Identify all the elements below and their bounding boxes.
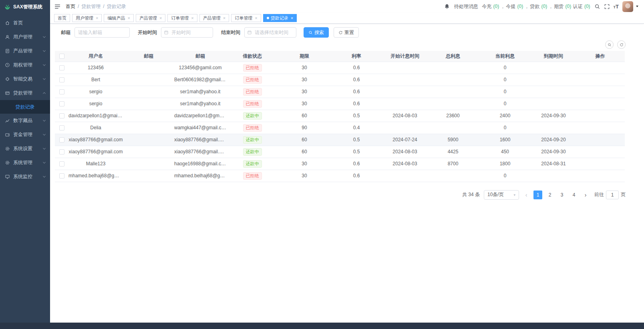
cell-actions [576,86,625,98]
page-number-button[interactable]: 3 [557,191,566,199]
sidebar-item-label: 产品管理 [13,48,40,54]
nav-tab[interactable]: 编辑产品 × [104,14,133,22]
breadcrumb-home[interactable]: 首页 [66,3,75,10]
sidebar-item-product[interactable]: 产品管理 [0,44,50,58]
cell-rate: 0.5 [330,146,382,158]
close-icon[interactable]: × [159,16,162,20]
column-header: 邮箱 [123,51,174,62]
row-checkbox[interactable] [59,113,64,118]
notice-count: (0) [540,4,547,9]
bell-icon[interactable] [444,4,450,9]
refresh-icon [338,30,343,35]
close-icon[interactable]: × [191,16,193,20]
breadcrumb-loan-management[interactable]: 贷款管理 [81,3,101,10]
status-badge: 已拒绝 [243,76,262,84]
row-checkbox[interactable] [59,89,64,94]
email-filter-input[interactable] [74,27,130,38]
sidebar-item-monitor[interactable]: 系统监控 [0,170,50,184]
nav-tab[interactable]: 用户管理 × [72,14,102,22]
nav-tab[interactable]: 订单管理 × [231,14,261,22]
nav-tab[interactable]: 首页 × [54,14,70,22]
close-icon[interactable]: × [127,16,130,20]
row-checkbox[interactable] [59,149,64,154]
sidebar-item-trade[interactable]: 智能交易 [0,72,50,86]
next-page-button[interactable]: › [582,191,590,199]
sidebar-item-settings[interactable]: 系统设置 [0,142,50,156]
cell-email2: ser1mah@yahoo.it [174,86,226,98]
reset-button[interactable]: 重置 [334,27,359,38]
page-size-select[interactable]: 10条/页 ▾ [484,190,519,200]
status-badge: 还款中 [243,160,262,168]
status-badge: 还款中 [243,136,262,144]
refresh-table-button[interactable] [617,40,626,49]
page-number-button[interactable]: 1 [533,191,542,199]
cell-current-interest: 0 [479,122,531,134]
nav-tab[interactable]: 贷款记录 × [263,14,297,22]
cell-email [123,74,174,86]
cell-actions [576,62,625,74]
sidebar-item-home[interactable]: 首页 [0,16,50,30]
tab-label: 订单管理 [171,15,189,21]
cell-due-date [531,122,576,134]
cell-term: 30 [278,86,330,98]
cell-email [123,86,174,98]
row-checkbox[interactable] [59,101,64,106]
sidebar-item-label: 资金管理 [13,131,40,138]
cell-total-interest [427,170,479,182]
cell-email [123,158,174,170]
row-checkbox[interactable] [59,161,64,167]
column-header: 总利息 [427,51,479,62]
user-avatar[interactable] [622,1,633,12]
sidebar-item-system[interactable]: 系统管理 [0,156,50,170]
prev-page-button[interactable]: ‹ [522,191,530,199]
close-icon[interactable]: × [291,16,293,20]
column-header: 邮箱 [174,51,226,62]
column-header: 当前利息 [479,51,531,62]
caret-down-icon[interactable] [636,6,638,7]
search-icon[interactable] [594,4,600,10]
status-badge: 还款中 [243,112,262,120]
status-badge: 已拒绝 [243,64,262,72]
sidebar-item-nft[interactable]: 数字藏品 [0,114,50,128]
cell-email [123,62,174,74]
row-checkbox[interactable] [59,77,64,82]
cell-total-interest [427,86,479,98]
page-number-button[interactable]: 2 [545,191,554,199]
sidebar-item-loan[interactable]: 贷款管理 [0,86,50,100]
nav-tab[interactable]: 产品管理 × [136,14,165,22]
sidebar-menu: 首页 用户管理 产品管理 期权管理 智能交易 贷款管理 贷款记录 数字藏品 资金… [0,16,50,184]
notice-count: (0) [516,4,523,9]
sidebar-item-options[interactable]: 期权管理 [0,58,50,72]
close-icon[interactable]: × [223,16,225,20]
font-size-icon[interactable]: TT [614,4,619,9]
nav-tab[interactable]: 订单管理 × [167,14,197,22]
end-time-input[interactable] [244,27,296,38]
select-all-checkbox[interactable] [59,54,64,59]
chevron-down-icon [43,77,46,80]
cell-email2: xiaoy887766@gmail.com [174,134,226,146]
search-button[interactable]: 搜索 [304,27,329,38]
sidebar-item-user[interactable]: 用户管理 [0,30,50,44]
row-checkbox[interactable] [59,65,64,70]
close-icon[interactable]: × [255,16,257,20]
page-number-button[interactable]: 4 [570,191,578,199]
cell-term: 60 [278,134,330,146]
row-checkbox[interactable] [59,173,64,179]
chevron-down-icon [43,49,46,52]
nav-tab[interactable]: 产品管理 × [199,14,229,22]
sidebar-item-funds[interactable]: 资金管理 [0,128,50,142]
toggle-search-button[interactable] [605,40,614,49]
notice-count: (0) [583,4,590,9]
app-window: SAX管理系统 首页 用户管理 产品管理 期权管理 智能交易 贷款管理 贷款记录 [0,0,644,323]
hamburger-icon[interactable] [54,3,61,10]
status-badge: 已拒绝 [243,100,262,108]
sidebar-subitem-loan-records[interactable]: 贷款记录 [0,100,50,114]
start-time-input[interactable] [161,27,213,38]
table-header-row: 用户名 邮箱 邮箱 借款状态 期限 利率 开始计息时间 总利息 当前利息 到期时… [55,51,625,62]
tab-label: 贷款记录 [271,15,288,21]
row-checkbox[interactable] [59,125,64,130]
row-checkbox[interactable] [59,137,64,142]
close-icon[interactable]: × [96,16,98,20]
fullscreen-icon[interactable] [604,4,610,10]
goto-page-input[interactable] [606,191,619,199]
